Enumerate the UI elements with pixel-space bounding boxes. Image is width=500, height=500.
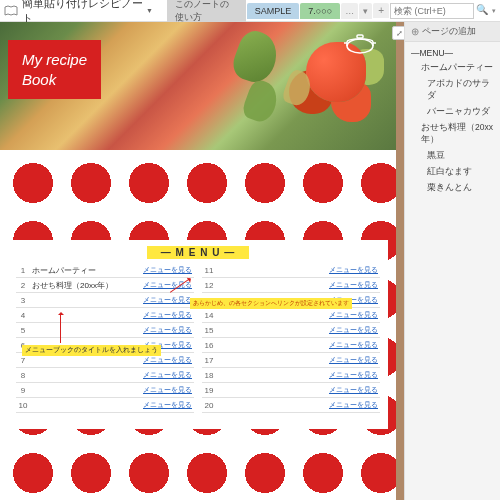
menu-link[interactable]: メニューを見る [329,340,380,350]
table-row[interactable]: 5メニューを見る [16,323,194,338]
table-row[interactable]: 17メニューを見る [202,353,380,368]
svg-point-0 [347,39,373,53]
menu-columns: メニューブックのタイトルを入れましょう あらかじめ、の各セクションへリンクが設定… [16,263,380,413]
table-row[interactable]: 9メニューを見る [16,383,194,398]
menu-link[interactable]: メニューを見る [329,400,380,410]
table-row[interactable]: 8メニューを見る [16,368,194,383]
add-page-label: ページの追加 [422,25,476,38]
page-canvas: ⤢ My recipe Book — M E N U — [0,22,404,500]
table-row[interactable]: 2おせち料理（20xx年）メニューを見る [16,278,194,293]
search-icon[interactable]: 🔍 [476,4,490,18]
nav-item[interactable]: ホームパーティー [405,60,500,76]
notebook-icon [4,5,18,17]
menu-header: — M E N U — [16,246,380,259]
row-number: 2 [16,281,30,290]
row-number: 17 [202,356,216,365]
annotation-note-1: メニューブックのタイトルを入れましょう [22,345,161,356]
menu-heading: — M E N U — [147,246,249,259]
row-number: 16 [202,341,216,350]
page-sidebar: ⊕ ページの追加 —MENU—ホームパーティーアボカドのサラダバーニャカウダおせ… [404,22,500,500]
nav-item[interactable]: 紅白なます [405,164,500,180]
table-row[interactable]: 10メニューを見る [16,398,194,413]
menu-link[interactable]: メニューを見る [329,310,380,320]
row-number: 4 [16,311,30,320]
menu-link[interactable]: メニューを見る [143,325,194,335]
menu-link[interactable]: メニューを見る [143,265,194,275]
row-number: 14 [202,311,216,320]
title-line2: Book [22,70,87,90]
menu-link[interactable]: メニューを見る [143,400,194,410]
menu-link[interactable]: メニューを見る [329,385,380,395]
pot-icon [342,30,378,54]
titlebar: 簡単貼り付けレシピノート ▼ このノートの使い方 SAMPLE 7.○○○ … … [0,0,500,22]
table-row[interactable]: 20メニューを見る [202,398,380,413]
menu-link[interactable]: メニューを見る [143,385,194,395]
nav-item[interactable]: バーニャカウダ [405,104,500,120]
recipe-book-title: My recipe Book [8,40,101,99]
annotation-note-2: あらかじめ、の各セクションへリンクが設定されています [190,298,352,309]
menu-link[interactable]: メニューを見る [143,370,194,380]
tab-sample[interactable]: SAMPLE [247,3,300,19]
row-number: 12 [202,281,216,290]
row-number: 9 [16,386,30,395]
nav-item[interactable]: —MENU— [405,46,500,60]
search-input[interactable] [390,3,474,19]
menu-link[interactable]: メニューを見る [143,355,194,365]
menu-table: — M E N U — メニューブックのタイトルを入れましょう あらかじめ、の各… [8,240,388,429]
table-row[interactable]: 3メニューを見る [16,293,194,308]
page-nav: —MENU—ホームパーティーアボカドのサラダバーニャカウダおせち料理（20xx年… [405,42,500,200]
table-row[interactable]: 12メニューを見る [202,278,380,293]
row-number: 20 [202,401,216,410]
row-number: 15 [202,326,216,335]
menu-col-right: 11メニューを見る12メニューを見る13メニューを見る14メニューを見る15メニ… [202,263,380,413]
menu-link[interactable]: メニューを見る [329,325,380,335]
table-row[interactable]: 19メニューを見る [202,383,380,398]
svg-rect-1 [357,35,363,38]
chevron-down-icon[interactable]: ▼ [146,7,153,14]
row-number: 3 [16,296,30,305]
table-row[interactable]: 14メニューを見る [202,308,380,323]
row-number: 7 [16,356,30,365]
nav-item[interactable]: 黒豆 [405,148,500,164]
row-number: 8 [16,371,30,380]
tab-overflow[interactable]: … [341,3,358,19]
row-number: 18 [202,371,216,380]
tab-7[interactable]: 7.○○○ [300,3,340,19]
plus-icon: ⊕ [411,26,419,37]
title-line1: My recipe [22,50,87,70]
menu-link[interactable]: メニューを見る [329,355,380,365]
row-number: 5 [16,326,30,335]
row-number: 11 [202,266,216,275]
nav-item[interactable]: アボカドのサラダ [405,76,500,104]
menu-link[interactable]: メニューを見る [329,265,380,275]
page: My recipe Book — M E N U — メニューブックのタイ [0,22,396,500]
menu-link[interactable]: メニューを見る [329,370,380,380]
table-row[interactable]: 4メニューを見る [16,308,194,323]
table-row[interactable]: 16メニューを見る [202,338,380,353]
expand-icon[interactable]: ⤢ [392,26,404,40]
main: ⤢ My recipe Book — M E N U — [0,22,500,500]
table-row[interactable]: 15メニューを見る [202,323,380,338]
table-row[interactable]: 1ホームパーティーメニューを見る [16,263,194,278]
nav-item[interactable]: 栗きんとん [405,180,500,196]
row-number: 1 [16,266,30,275]
row-label: おせち料理（20xx年） [30,280,143,291]
add-page-button[interactable]: ⊕ ページの追加 [405,22,500,42]
row-number: 10 [16,401,30,410]
search-dropdown-icon[interactable]: ▾ [492,7,496,15]
tab-menu[interactable]: ▾ [359,3,372,19]
menu-link[interactable]: メニューを見る [143,310,194,320]
menu-link[interactable]: メニューを見る [143,295,194,305]
table-row[interactable]: 18メニューを見る [202,368,380,383]
tab-add[interactable]: + [373,3,389,18]
dots-section: — M E N U — メニューブックのタイトルを入れましょう あらかじめ、の各… [0,150,396,500]
row-label: ホームパーティー [30,265,143,276]
row-number: 19 [202,386,216,395]
table-row[interactable]: 11メニューを見る [202,263,380,278]
annotation-arrow-1 [60,313,61,343]
search-area: 🔍 ▾ [390,3,496,19]
menu-link[interactable]: メニューを見る [329,280,380,290]
nav-item[interactable]: おせち料理（20xx年） [405,120,500,148]
menu-col-left: 1ホームパーティーメニューを見る2おせち料理（20xx年）メニューを見る3メニュ… [16,263,194,413]
hero: My recipe Book [0,22,396,150]
